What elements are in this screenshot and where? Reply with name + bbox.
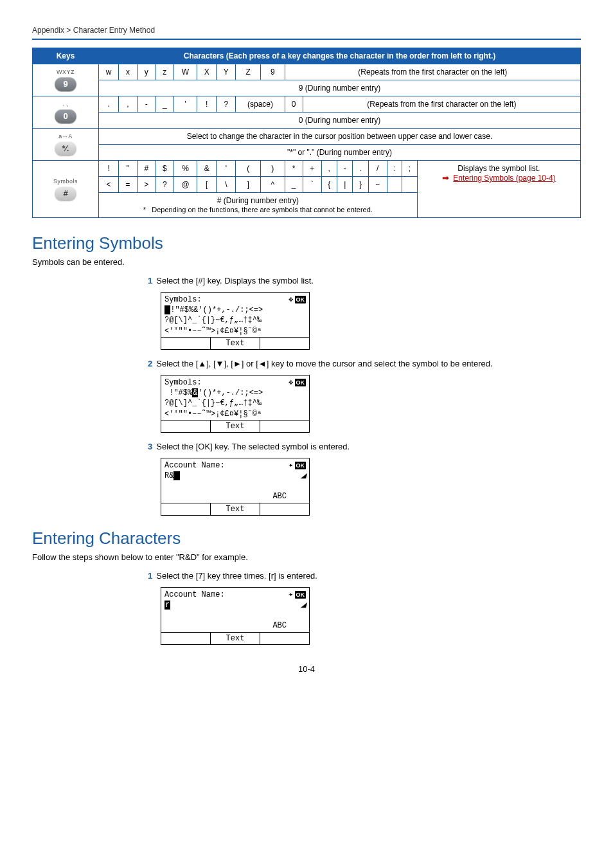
symbols-desc: Symbols can be entered. — [32, 257, 581, 267]
entering-symbols-link[interactable]: Entering Symbols (page 10-4) — [453, 174, 555, 183]
number-note-0: 0 (During number entry) — [99, 113, 581, 129]
col-chars: Characters (Each press of a key changes … — [99, 48, 581, 64]
dpad-ok-icon: ✥OK — [289, 296, 306, 303]
keycap-0: 0 — [55, 109, 76, 123]
repeat-note-9: (Repeats from the first character on the… — [285, 64, 580, 80]
heading-entering-symbols: Entering Symbols — [32, 233, 581, 253]
key-0: . , 0 — [33, 96, 99, 129]
key-star: a↔A *⁄. — [33, 129, 99, 161]
repeat-note-0: (Repeats from the first character on the… — [303, 96, 580, 113]
keycap-star: *⁄. — [55, 141, 76, 156]
chars-desc: Follow the steps shown below to enter "R… — [32, 552, 581, 562]
dpad-ok-icon: ✥OK — [289, 379, 306, 386]
step-2: 2Select the [▲], [▼], [►] or [◄] key to … — [148, 359, 581, 368]
lcd-symbols-1: Symbols: ✥OK !"#$%&'()*+,-./:;<=> ?@[\]^… — [161, 292, 310, 350]
key-hash: Symbols # — [33, 161, 99, 218]
page-number: 10-4 — [32, 664, 581, 674]
hash-number-note: # (During number entry) * Depending on t… — [99, 193, 418, 218]
breadcrumb: Appendix > Character Entry Method — [32, 26, 581, 35]
pointer-icon: ➡ — [442, 173, 449, 183]
step-c1: 1Select the [7] key three times. [r] is … — [148, 571, 581, 581]
key-9: WXYZ 9 — [33, 64, 99, 96]
lcd-symbols-2: Symbols: ✥OK !"#$%&'()*+,-./:;<=> ?@[\]^… — [161, 375, 310, 433]
step-3: 3Select the [OK] key. The selected symbo… — [148, 442, 581, 451]
keycap-hash: # — [55, 186, 76, 201]
right-ok-icon: ·▸OK — [289, 591, 306, 599]
lcd-account-1: Account Name: ·▸OK R& ◢ ABC Text — [161, 458, 310, 516]
step-1: 1Select the [#] key. Displays the symbol… — [148, 276, 581, 285]
number-note-9: 9 (During number entry) — [99, 80, 581, 96]
keycap-9: 9 — [55, 77, 76, 91]
keys-table: Keys Characters (Each press of a key cha… — [32, 48, 581, 218]
right-ok-icon: ·▸OK — [289, 462, 306, 469]
symbol-link-cell: Displays the symbol list. ➡ Entering Sym… — [417, 161, 580, 218]
lcd-account-2: Account Name: ·▸OK r ◢ ABC Text — [161, 587, 310, 645]
heading-entering-characters: Entering Characters — [32, 529, 581, 548]
col-keys: Keys — [33, 48, 99, 64]
case-note: Select to change the character in the cu… — [99, 129, 581, 145]
divider — [32, 39, 581, 40]
star-number-note: "*" or "." (During number entry) — [99, 145, 581, 161]
